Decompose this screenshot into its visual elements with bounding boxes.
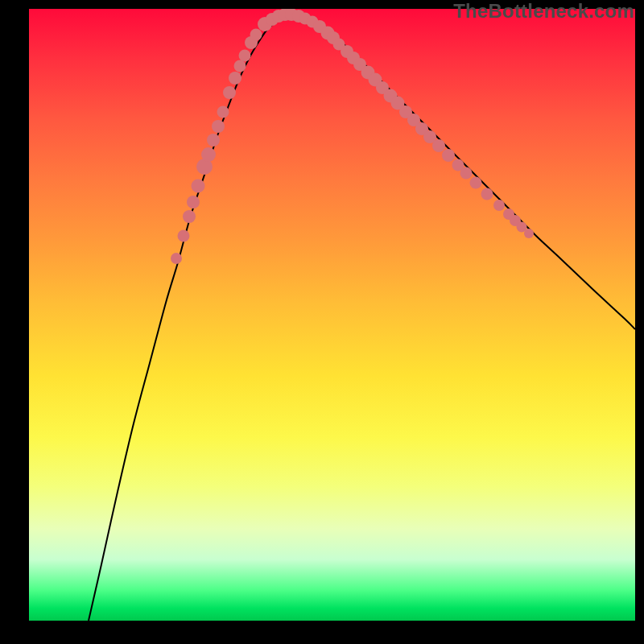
curve-marker (178, 230, 190, 242)
chart-frame: TheBottleneck.com (0, 0, 644, 644)
curve-marker (183, 210, 196, 223)
curve-marker (239, 50, 251, 62)
curve-marker (442, 149, 455, 162)
curve-marker (493, 200, 505, 211)
curve-marker (171, 253, 182, 264)
curve-marker (217, 106, 229, 118)
curve-marker (212, 120, 225, 133)
curve-marker (207, 134, 220, 147)
curve-markers (171, 9, 534, 264)
curve-marker (432, 139, 445, 152)
curve-marker (223, 86, 236, 99)
chart-svg (29, 9, 635, 621)
curve-marker (234, 60, 246, 72)
curve-marker (460, 167, 473, 180)
chart-plot-area (29, 9, 635, 621)
curve-marker (192, 180, 205, 193)
curve-line (89, 16, 635, 621)
curve-marker (470, 177, 482, 189)
curve-marker (481, 188, 493, 200)
curve-marker (187, 196, 200, 208)
curve-marker (250, 29, 262, 41)
curve-marker (201, 147, 216, 162)
watermark-text: TheBottleneck.com (453, 0, 634, 23)
curve-marker (229, 72, 242, 85)
curve-marker (524, 229, 534, 238)
